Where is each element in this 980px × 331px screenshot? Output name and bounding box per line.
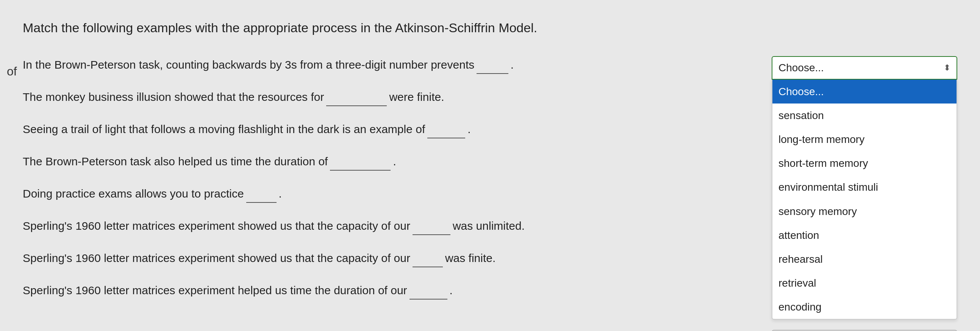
question-8-text-before: Sperling's 1960 letter matrices experime… <box>23 282 407 299</box>
question-3-text-after: . <box>468 121 471 138</box>
dropdown-1-arrow: ⬍ <box>943 63 950 73</box>
left-marker: of <box>7 64 17 78</box>
dropdown-option-encoding[interactable]: encoding <box>772 295 956 319</box>
dropdown-option-long-term-memory[interactable]: long-term memory <box>772 127 956 151</box>
dropdown-option-sensory-memory[interactable]: sensory memory <box>772 200 956 223</box>
question-6-text-after: was unlimited. <box>453 217 525 234</box>
question-2-text-after: were finite. <box>389 88 444 106</box>
question-6-text-before: Sperling's 1960 letter matrices experime… <box>23 217 410 234</box>
dropdown-option-short-term-memory[interactable]: short-term memory <box>772 151 956 175</box>
dropdown-1-container: Choose... ⬍ Choose... sensation long-ter… <box>772 56 957 80</box>
page-container: of Match the following examples with the… <box>0 0 980 331</box>
question-7-blank <box>412 249 443 267</box>
dropdown-option-choose[interactable]: Choose... <box>772 80 956 104</box>
question-2-text-before: The monkey business illusion showed that… <box>23 88 324 106</box>
question-5-text-after: . <box>279 185 282 202</box>
dropdown-option-rehearsal[interactable]: rehearsal <box>772 247 956 271</box>
question-8-text-after: . <box>450 282 453 299</box>
question-2-blank <box>326 88 387 106</box>
dropdown-option-sensation[interactable]: sensation <box>772 104 956 127</box>
question-3-blank <box>427 121 465 138</box>
question-3-text-before: Seeing a trail of light that follows a m… <box>23 121 425 138</box>
question-8-blank <box>409 282 447 299</box>
question-6-blank <box>412 217 450 235</box>
question-4-blank <box>330 153 391 171</box>
question-4-text-before: The Brown-Peterson task also helped us t… <box>23 153 328 170</box>
question-5-blank <box>246 185 277 203</box>
dropdown-option-attention[interactable]: attention <box>772 223 956 247</box>
question-1-text-after: . <box>511 56 514 73</box>
dropdown-1-selected-label: Choose... <box>778 62 824 74</box>
content-area: Match the following examples with the ap… <box>23 15 957 314</box>
questions-and-dropdowns: In the Brown-Peterson task, counting bac… <box>23 56 957 314</box>
question-1-blank <box>477 56 508 74</box>
dropdown-option-retrieval[interactable]: retrieval <box>772 271 956 295</box>
page-title: Match the following examples with the ap… <box>23 19 957 37</box>
question-1-text-before: In the Brown-Peterson task, counting bac… <box>23 56 474 73</box>
dropdown-1-list: Choose... sensation long-term memory sho… <box>772 80 957 320</box>
question-7-text-after: was finite. <box>445 249 495 267</box>
question-4-text-after: . <box>393 153 396 170</box>
dropdown-1-trigger[interactable]: Choose... ⬍ <box>772 56 957 80</box>
dropdown-option-environmental-stimuli[interactable]: environmental stimuli <box>772 175 956 199</box>
dropdown-8[interactable]: Choose... ⬍ <box>772 330 957 331</box>
question-7-text-before: Sperling's 1960 letter matrices experime… <box>23 249 410 267</box>
question-5-text-before: Doing practice exams allows you to pract… <box>23 185 244 202</box>
